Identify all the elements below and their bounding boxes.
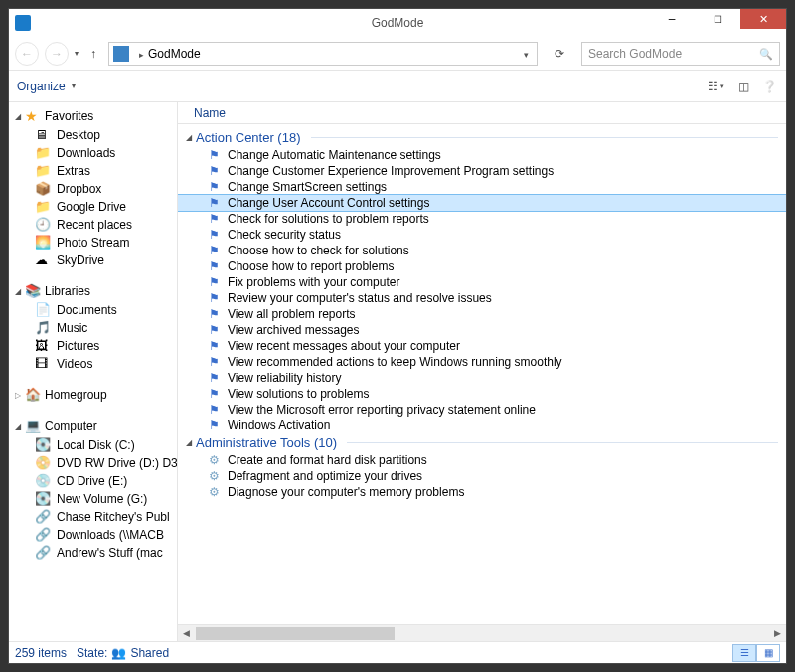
- shared-icon: [111, 646, 126, 660]
- collapse-icon[interactable]: [15, 287, 21, 296]
- sidebar-group-header[interactable]: Libraries: [9, 281, 177, 301]
- sidebar-item[interactable]: 🔗Chase Ritchey's Publ: [9, 508, 177, 526]
- list-item[interactable]: Change Customer Experience Improvement P…: [178, 163, 786, 179]
- flag-icon: [206, 180, 222, 194]
- list-item[interactable]: Defragment and optimize your drives: [178, 468, 786, 484]
- sidebar-item-label: CD Drive (E:): [57, 474, 127, 488]
- details-view-button[interactable]: ☰: [732, 644, 756, 662]
- column-header-name[interactable]: Name: [178, 102, 786, 124]
- minimize-button[interactable]: [649, 9, 695, 29]
- list-item-label: Diagnose your computer's memory problems: [228, 485, 464, 499]
- folder-icon: 🖥: [35, 127, 51, 143]
- list-item[interactable]: Fix problems with your computer: [178, 274, 786, 290]
- group-header[interactable]: Action Center (18): [178, 128, 786, 147]
- file-list[interactable]: Action Center (18)Change Automatic Maint…: [178, 124, 786, 624]
- flag-icon: [206, 275, 222, 289]
- list-item[interactable]: Change Automatic Maintenance settings: [178, 147, 786, 163]
- list-item[interactable]: View solutions to problems: [178, 386, 786, 402]
- navigation-pane[interactable]: Favorites🖥Desktop📁Downloads📁Extras📦Dropb…: [9, 102, 178, 641]
- list-item[interactable]: View recent messages about your computer: [178, 338, 786, 354]
- refresh-button[interactable]: [548, 42, 571, 66]
- list-item[interactable]: Check for solutions to problem reports: [178, 211, 786, 227]
- search-input[interactable]: Search GodMode: [581, 42, 780, 66]
- list-item[interactable]: Diagnose your computer's memory problems: [178, 484, 786, 500]
- address-dropdown-icon[interactable]: [519, 47, 533, 61]
- sidebar-group-header[interactable]: Computer: [9, 417, 177, 436]
- sidebar-item-label: Recent places: [57, 218, 132, 232]
- list-item[interactable]: Check security status: [178, 227, 786, 243]
- scroll-left-icon[interactable]: [178, 625, 195, 641]
- back-button[interactable]: [15, 42, 39, 66]
- scroll-thumb[interactable]: [196, 627, 395, 640]
- organize-menu[interactable]: Organize: [17, 80, 76, 93]
- collapse-icon[interactable]: [15, 112, 21, 121]
- sidebar-item[interactable]: 📁Extras: [9, 162, 177, 180]
- list-item[interactable]: Choose how to report problems: [178, 258, 786, 274]
- navigation-bar: ▾ GodMode Search GodMode: [9, 37, 786, 71]
- flag-icon: [206, 196, 222, 210]
- sidebar-item[interactable]: 💿CD Drive (E:): [9, 472, 177, 490]
- sidebar-item[interactable]: 📁Google Drive: [9, 198, 177, 216]
- sidebar-item[interactable]: 💽New Volume (G:): [9, 490, 177, 508]
- flag-icon: [206, 339, 222, 353]
- views-button[interactable]: [705, 76, 726, 97]
- sidebar-item[interactable]: 📦Dropbox: [9, 180, 177, 198]
- list-item-label: View solutions to problems: [228, 387, 370, 401]
- sidebar-item[interactable]: 🖥Desktop: [9, 126, 177, 144]
- breadcrumb[interactable]: GodMode: [148, 47, 201, 61]
- sidebar-item[interactable]: 🌅Photo Stream: [9, 234, 177, 252]
- list-item[interactable]: Create and format hard disk partitions: [178, 452, 786, 468]
- maximize-button[interactable]: [695, 9, 740, 29]
- list-item[interactable]: View archived messages: [178, 322, 786, 338]
- help-button[interactable]: [760, 78, 778, 95]
- titlebar[interactable]: GodMode: [9, 9, 786, 37]
- list-item[interactable]: View all problem reports: [178, 306, 786, 322]
- preview-pane-button[interactable]: [732, 76, 754, 97]
- sidebar-item[interactable]: 🕘Recent places: [9, 216, 177, 234]
- list-item[interactable]: Choose how to check for solutions: [178, 243, 786, 258]
- location-icon: [113, 46, 129, 62]
- address-bar[interactable]: GodMode: [108, 42, 538, 66]
- collapse-icon[interactable]: [186, 438, 192, 447]
- collapse-icon[interactable]: [15, 422, 21, 431]
- flag-icon: [206, 259, 222, 273]
- list-item[interactable]: View the Microsoft error reporting priva…: [178, 402, 786, 418]
- sidebar-item[interactable]: 💽Local Disk (C:): [9, 436, 177, 454]
- list-item[interactable]: Review your computer's status and resolv…: [178, 290, 786, 306]
- list-item[interactable]: Windows Activation: [178, 418, 786, 433]
- tool-icon: [206, 453, 222, 467]
- sidebar-group-header[interactable]: Homegroup: [9, 385, 177, 405]
- sidebar-item[interactable]: 📁Downloads: [9, 144, 177, 162]
- folder-icon: 🎵: [35, 320, 51, 336]
- close-button[interactable]: [740, 9, 786, 29]
- group-title: Action Center (18): [196, 130, 301, 145]
- chevron-right-icon[interactable]: [139, 47, 144, 61]
- sidebar-item[interactable]: 🎵Music: [9, 319, 177, 337]
- sidebar-item[interactable]: ☁SkyDrive: [9, 252, 177, 269]
- list-item[interactable]: View reliability history: [178, 370, 786, 386]
- list-item[interactable]: Change SmartScreen settings: [178, 179, 786, 195]
- sidebar-item[interactable]: 🎞Videos: [9, 355, 177, 373]
- group-header[interactable]: Administrative Tools (10): [178, 433, 786, 452]
- list-item[interactable]: View recommended actions to keep Windows…: [178, 354, 786, 370]
- sidebar-group-header[interactable]: Favorites: [9, 106, 177, 126]
- sidebar-item[interactable]: 🖼Pictures: [9, 337, 177, 355]
- sidebar-item[interactable]: 📀DVD RW Drive (D:) D3: [9, 454, 177, 472]
- sidebar-item[interactable]: 📄Documents: [9, 301, 177, 319]
- collapse-icon[interactable]: [186, 133, 192, 142]
- list-item[interactable]: Change User Account Control settings: [178, 195, 786, 211]
- sidebar-item-label: Downloads (\\MACB: [57, 528, 164, 542]
- sidebar-item[interactable]: 🔗Andrew's Stuff (mac: [9, 544, 177, 562]
- expand-icon[interactable]: [15, 391, 21, 400]
- forward-button[interactable]: [45, 42, 69, 66]
- horizontal-scrollbar[interactable]: [178, 624, 786, 641]
- icons-view-button[interactable]: ▦: [756, 644, 780, 662]
- up-button[interactable]: [84, 47, 102, 61]
- list-item-label: View all problem reports: [228, 307, 356, 321]
- folder-icon: 📄: [35, 302, 51, 318]
- scroll-right-icon[interactable]: [769, 625, 786, 641]
- history-dropdown-icon[interactable]: ▾: [75, 49, 79, 58]
- tool-icon: [206, 485, 222, 499]
- sidebar-item[interactable]: 🔗Downloads (\\MACB: [9, 526, 177, 544]
- list-item-label: Review your computer's status and resolv…: [228, 291, 492, 305]
